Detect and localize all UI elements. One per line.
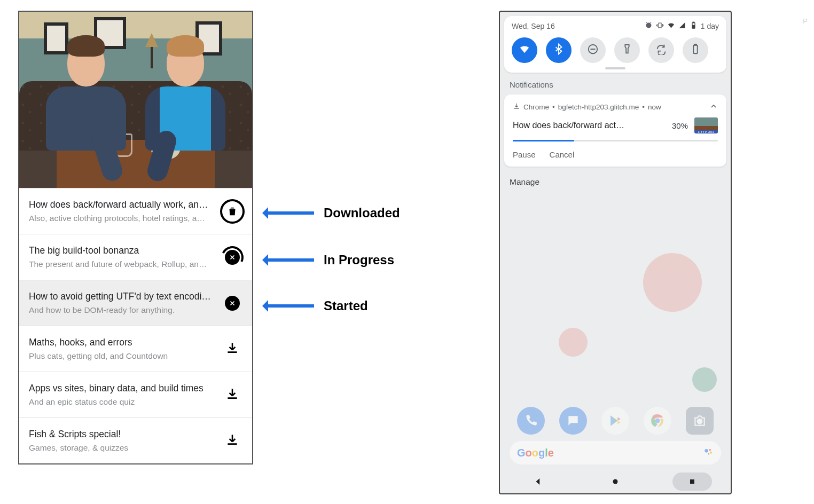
- qs-tile-bluetooth[interactable]: [546, 37, 572, 63]
- notification-title: How does back/forward act…: [513, 121, 666, 130]
- svg-rect-14: [690, 479, 694, 484]
- bullet: •: [642, 103, 645, 111]
- annotation-label: Started: [324, 298, 368, 313]
- annotation-label: Downloaded: [324, 206, 400, 220]
- chrome-app-icon[interactable]: [644, 407, 671, 435]
- cancel-download-button[interactable]: [220, 296, 245, 311]
- nav-back-button[interactable]: [519, 472, 558, 491]
- cancel-button[interactable]: Cancel: [550, 150, 575, 159]
- quick-settings-tiles: [512, 37, 719, 63]
- svg-point-12: [708, 453, 710, 455]
- dnd-icon: [587, 43, 599, 57]
- episode-title: Fish & Scripts special!: [29, 429, 215, 440]
- trash-icon: [220, 199, 245, 224]
- download-icon: [513, 103, 520, 112]
- svg-point-13: [613, 479, 618, 484]
- notification-source: bgfetch-http203.glitch.me: [558, 103, 639, 111]
- arrow-icon: [264, 211, 314, 215]
- arrow-icon: [264, 304, 314, 308]
- podcast-app-panel: How does back/forward actually work, an……: [18, 11, 253, 464]
- episode-list: How does back/forward actually work, an……: [19, 188, 252, 463]
- svg-point-7: [655, 418, 660, 423]
- annotation-downloaded: Downloaded: [264, 205, 400, 221]
- svg-rect-2: [692, 26, 694, 28]
- episode-subtitle: The present and future of webpack, Rollu…: [29, 259, 215, 269]
- episode-row[interactable]: How does back/forward actually work, an……: [19, 188, 252, 234]
- episode-row[interactable]: The big build-tool bonanza The present a…: [19, 234, 252, 280]
- episode-row[interactable]: Maths, hooks, and errors Plus cats, gett…: [19, 326, 252, 372]
- battery-icon: [690, 43, 701, 57]
- annotation-label: In Progress: [324, 253, 394, 267]
- vibrate-icon: [656, 21, 664, 31]
- notification-app: Chrome: [523, 103, 549, 111]
- qs-tile-wifi[interactable]: [512, 37, 537, 63]
- cancel-icon: [225, 296, 240, 311]
- status-date: Wed, Sep 16: [512, 22, 555, 30]
- nav-recent-button[interactable]: [672, 472, 712, 491]
- pause-button[interactable]: Pause: [513, 150, 536, 159]
- episode-subtitle: Plus cats, getting old, and Countdown: [29, 351, 215, 361]
- app-dock: [510, 407, 721, 435]
- episode-row[interactable]: Fish & Scripts special! Games, storage, …: [19, 418, 252, 463]
- episode-title: How does back/forward actually work, an…: [29, 199, 215, 210]
- battery-text: 1 day: [701, 22, 719, 30]
- svg-rect-5: [694, 44, 696, 45]
- episode-row[interactable]: Apps vs sites, binary data, and build ti…: [19, 372, 252, 418]
- download-icon: [225, 433, 239, 449]
- google-logo: Google: [517, 447, 554, 459]
- download-icon: [225, 341, 239, 357]
- qs-tile-dnd[interactable]: [580, 37, 606, 63]
- notification-header: Chrome • bgfetch-http203.glitch.me • now: [513, 102, 718, 112]
- download-icon: [225, 387, 239, 403]
- watermark: P: [803, 17, 810, 25]
- wifi-icon: [667, 21, 675, 31]
- episode-subtitle: And an epic status code quiz: [29, 397, 215, 407]
- bullet: •: [552, 103, 555, 111]
- progress-ring-icon: [221, 246, 244, 269]
- messages-app-icon[interactable]: [559, 407, 587, 435]
- alarm-icon: [645, 21, 653, 31]
- status-bar: Wed, Sep 16 1 day: [512, 21, 719, 31]
- svg-point-9: [705, 449, 708, 453]
- episode-title: How to avoid getting UTF'd by text encod…: [29, 291, 215, 302]
- episode-row[interactable]: How to avoid getting UTF'd by text encod…: [19, 280, 252, 326]
- notification-thumbnail: [694, 117, 718, 133]
- episode-subtitle: Also, active clothing protocols, hotel r…: [29, 214, 215, 223]
- search-pill[interactable]: Google: [510, 441, 721, 464]
- camera-app-icon[interactable]: [686, 407, 714, 435]
- episode-title: Apps vs sites, binary data, and build ti…: [29, 383, 215, 394]
- manage-notifications-button[interactable]: Manage: [500, 167, 731, 198]
- cancel-download-button[interactable]: [220, 246, 245, 269]
- progress-bar-fill: [513, 140, 574, 141]
- download-button[interactable]: [220, 341, 245, 357]
- android-phone-frame: Wed, Sep 16 1 day: [499, 11, 732, 494]
- download-button[interactable]: [220, 387, 245, 403]
- svg-rect-4: [693, 45, 697, 54]
- arrow-icon: [264, 258, 314, 262]
- qs-tile-flashlight[interactable]: [614, 37, 640, 63]
- notification-percent: 30%: [672, 121, 688, 130]
- svg-point-11: [710, 452, 712, 454]
- cell-signal-icon: [678, 21, 686, 31]
- delete-download-button[interactable]: [220, 199, 245, 224]
- notification-time: now: [648, 103, 661, 111]
- drag-handle[interactable]: [605, 67, 625, 69]
- phone-app-icon[interactable]: [517, 407, 545, 435]
- autorotate-icon: [655, 43, 667, 57]
- assistant-icon[interactable]: [703, 446, 714, 459]
- episode-title: Maths, hooks, and errors: [29, 337, 215, 348]
- download-button[interactable]: [220, 433, 245, 449]
- chevron-up-icon[interactable]: [709, 102, 718, 112]
- qs-tile-battery-saver[interactable]: [683, 37, 708, 63]
- flashlight-icon: [621, 43, 633, 57]
- notification-card[interactable]: Chrome • bgfetch-http203.glitch.me • now…: [504, 94, 726, 167]
- episode-hero-image: [19, 12, 252, 188]
- cancel-icon: [225, 250, 240, 265]
- play-store-icon[interactable]: [601, 407, 629, 435]
- nav-home-button[interactable]: [596, 472, 635, 491]
- quick-settings-panel: Wed, Sep 16 1 day: [504, 16, 726, 73]
- notifications-header: Notifications: [500, 73, 731, 94]
- svg-point-10: [709, 449, 711, 451]
- qs-tile-autorotate[interactable]: [648, 37, 674, 63]
- person: [46, 42, 126, 154]
